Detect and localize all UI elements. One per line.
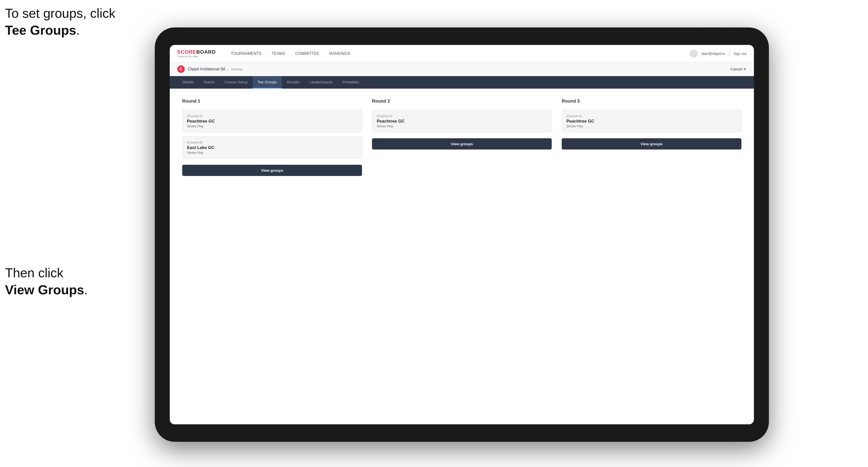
logo-text: SCOREBOARD [177, 49, 216, 55]
logo-sub: Powered by clipd [177, 55, 216, 58]
instruction-bottom-bold: View Groups [5, 283, 84, 297]
tablet-device: SCOREBOARD Powered by clipd TOURNAMENTS … [155, 27, 769, 442]
round-3-course-a-format: Stroke Play [566, 124, 737, 128]
sign-out-link[interactable]: Sign out [734, 52, 746, 56]
tournament-name: Clippd Invitational (M... [188, 67, 228, 71]
instruction-top-bold: Tee Groups [5, 23, 76, 37]
tournament-info: C Clippd Invitational (M... Hosting [177, 65, 242, 73]
user-avatar [690, 50, 698, 58]
round-3-course-a-label: (Course A) [566, 114, 737, 118]
round-1-column: Round 1 (Course A) Peachtree GC Stroke P… [182, 99, 362, 176]
nav-links: TOURNAMENTS TEAMS COMMITTEE RANKINGS [231, 52, 680, 56]
round-2-title: Round 2 [372, 99, 552, 104]
round-1-course-a-card: (Course A) Peachtree GC Stroke Play [182, 110, 362, 132]
user-email: blair@clippd.io [702, 52, 725, 56]
round-1-course-b-name: East Lake GC [187, 145, 357, 150]
separator: | [729, 52, 730, 56]
round-2-view-groups-button[interactable]: View groups [372, 138, 552, 150]
nav-committee[interactable]: COMMITTEE [295, 52, 319, 56]
cancel-button[interactable]: Cancel ✕ [731, 67, 746, 71]
tab-results[interactable]: Results [282, 76, 304, 89]
tab-navigation: Details Teams Course Setup Tee Groups Re… [170, 76, 754, 89]
round-1-course-a-label: (Course A) [187, 114, 357, 118]
instruction-top-line1: To set groups, click [5, 6, 115, 21]
instruction-top-punct: . [76, 23, 80, 37]
round-3-column: Round 3 (Course A) Peachtree GC Stroke P… [562, 99, 741, 176]
instruction-bottom: Then click View Groups. [5, 264, 88, 298]
round-2-course-a-label: (Course A) [377, 114, 547, 118]
tab-course-setup[interactable]: Course Setup [220, 76, 253, 89]
tab-details[interactable]: Details [177, 76, 199, 89]
round-2-course-a-name: Peachtree GC [377, 119, 547, 124]
instruction-bottom-line1: Then click [5, 266, 63, 280]
instruction-top: To set groups, click Tee Groups. [5, 5, 115, 39]
round-2-course-a-format: Stroke Play [377, 124, 547, 128]
hosting-badge: Hosting [231, 67, 242, 71]
tab-tee-groups[interactable]: Tee Groups [253, 76, 282, 89]
round-3-title: Round 3 [562, 99, 741, 104]
instruction-bottom-punct: . [84, 283, 88, 297]
nav-tournaments[interactable]: TOURNAMENTS [231, 52, 261, 56]
tournament-logo: C [177, 65, 185, 73]
sub-header: C Clippd Invitational (M... Hosting Canc… [170, 62, 754, 76]
round-3-course-a-card: (Course A) Peachtree GC Stroke Play [562, 110, 741, 132]
nav-right: blair@clippd.io | Sign out [690, 50, 746, 58]
tablet-screen: SCOREBOARD Powered by clipd TOURNAMENTS … [170, 45, 754, 424]
logo-area: SCOREBOARD Powered by clipd [177, 49, 216, 58]
main-content: Round 1 (Course A) Peachtree GC Stroke P… [170, 89, 754, 424]
round-1-title: Round 1 [182, 99, 362, 104]
tab-printables[interactable]: Printables [338, 76, 364, 89]
nav-rankings[interactable]: RANKINGS [329, 52, 350, 56]
top-navigation: SCOREBOARD Powered by clipd TOURNAMENTS … [170, 45, 754, 62]
round-1-course-b-card: (Course B) East Lake GC Stroke Play [182, 136, 362, 159]
round-3-view-groups-button[interactable]: View groups [562, 138, 741, 150]
nav-teams[interactable]: TEAMS [272, 52, 285, 56]
round-2-column: Round 2 (Course A) Peachtree GC Stroke P… [372, 99, 552, 176]
round-1-course-a-name: Peachtree GC [187, 119, 357, 124]
round-1-view-groups-button[interactable]: View groups [182, 165, 362, 176]
tab-leaderboards[interactable]: Leaderboards [304, 76, 338, 89]
round-1-course-b-format: Stroke Play [187, 151, 357, 155]
rounds-grid: Round 1 (Course A) Peachtree GC Stroke P… [182, 99, 741, 176]
tab-teams[interactable]: Teams [199, 76, 220, 89]
round-1-course-a-format: Stroke Play [187, 124, 357, 128]
round-3-course-a-name: Peachtree GC [566, 119, 737, 124]
round-1-course-b-label: (Course B) [187, 141, 357, 144]
round-2-course-a-card: (Course A) Peachtree GC Stroke Play [372, 110, 552, 132]
